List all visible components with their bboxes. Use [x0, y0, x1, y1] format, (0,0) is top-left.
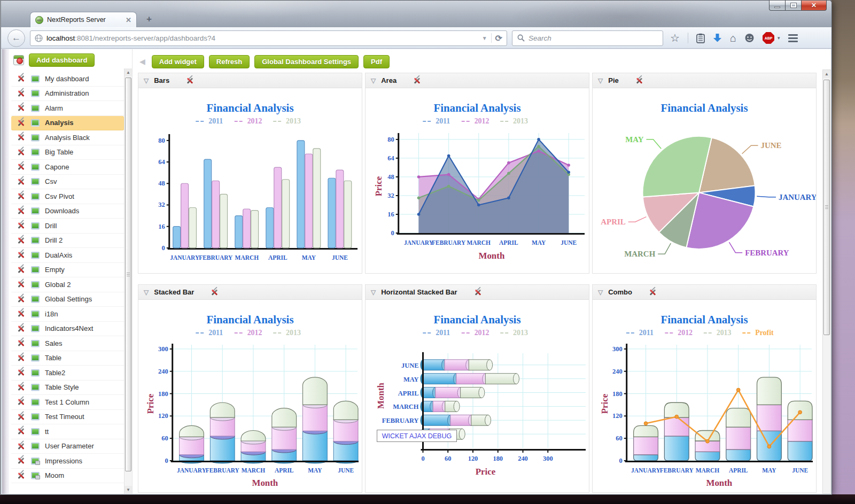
tools-icon[interactable] — [17, 295, 26, 304]
tools-icon[interactable] — [17, 119, 26, 127]
sidebar-item-impressions[interactable]: Impressions — [11, 454, 124, 469]
collapse-widget-icon[interactable]: ▽ — [371, 77, 376, 84]
tools-icon[interactable] — [17, 442, 26, 451]
tools-icon[interactable] — [17, 74, 26, 83]
sidebar-item-drill-2[interactable]: Drill 2 — [11, 234, 124, 249]
global-dashboard-settings-button[interactable]: Global Dashboard Settings — [254, 55, 359, 68]
sidebar-item-capone[interactable]: Capone — [11, 160, 124, 175]
tools-icon[interactable] — [17, 413, 26, 421]
scroll-down-icon[interactable]: ▼ — [125, 486, 132, 494]
tools-icon[interactable] — [17, 324, 26, 333]
sidebar-item-analysis-black[interactable]: Analysis Black — [11, 130, 124, 145]
collapse-widget-icon[interactable]: ▽ — [598, 77, 603, 84]
tools-icon[interactable] — [17, 192, 26, 200]
bookmark-star-icon[interactable]: ☆ — [670, 33, 680, 43]
sidebar-item-i18n[interactable]: i18n — [11, 307, 124, 322]
sidebar-scroll-thumb[interactable] — [125, 77, 131, 471]
tools-icon[interactable] — [17, 148, 26, 157]
sidebar-item-global-settings[interactable]: Global Settings — [11, 292, 124, 307]
tools-icon[interactable] — [17, 456, 26, 465]
tools-icon[interactable] — [17, 162, 26, 171]
widget-settings-icon[interactable] — [635, 76, 643, 84]
tools-icon[interactable] — [17, 236, 26, 245]
sidebar-item-global-2[interactable]: Global 2 — [11, 277, 124, 292]
sidebar-item-csv-pivot[interactable]: Csv Pivot — [11, 189, 124, 204]
sidebar-item-dualaxis[interactable]: DualAxis — [11, 248, 124, 263]
abp-caret-icon[interactable]: ▾ — [778, 35, 780, 41]
close-button[interactable]: ✕ — [802, 1, 827, 11]
tools-icon[interactable] — [17, 280, 26, 289]
page-scroll-thumb[interactable] — [823, 80, 830, 335]
scroll-up-icon[interactable]: ▲ — [125, 68, 132, 76]
collapse-widget-icon[interactable]: ▽ — [371, 289, 376, 296]
scroll-up-icon[interactable]: ▲ — [823, 70, 830, 78]
reload-icon[interactable]: ⟳ — [495, 33, 502, 43]
tools-icon[interactable] — [17, 104, 26, 112]
maximize-button[interactable] — [786, 1, 802, 11]
sidebar-item-big-table[interactable]: Big Table — [11, 145, 124, 160]
sidebar-item-indicators4next[interactable]: Indicators4Next — [11, 322, 124, 337]
collapse-widget-icon[interactable]: ▽ — [144, 289, 149, 296]
sidebar-item-test-1-column[interactable]: Test 1 Column — [11, 395, 124, 410]
downloads-icon[interactable] — [713, 33, 722, 43]
sidebar-item-drill[interactable]: Drill — [11, 219, 124, 234]
pdf-button[interactable]: Pdf — [363, 55, 390, 68]
tools-icon[interactable] — [17, 177, 26, 186]
refresh-button[interactable]: Refresh — [209, 55, 250, 68]
tools-icon[interactable] — [17, 251, 26, 259]
back-button[interactable]: ← — [7, 29, 25, 47]
menu-hamburger-icon[interactable] — [788, 34, 798, 42]
sidebar-item-table-style[interactable]: Table Style — [11, 381, 124, 396]
sidebar-item-my-dashboard[interactable]: My dashboard — [11, 72, 124, 87]
sidebar-item-moom[interactable]: Moom — [11, 469, 124, 484]
home-icon[interactable]: ⌂ — [730, 33, 736, 43]
browser-tab[interactable]: NextReports Server ✕ — [30, 12, 137, 27]
sidebar-item-tt[interactable]: tt — [11, 424, 124, 439]
minimize-button[interactable] — [769, 1, 786, 11]
tools-icon[interactable] — [17, 471, 26, 480]
widget-settings-icon[interactable] — [648, 288, 657, 296]
sidebar-item-test-timeout[interactable]: Test Timeout — [11, 410, 124, 425]
sidebar-item-table2[interactable]: Table2 — [11, 366, 124, 381]
sidebar-item-empty[interactable]: Empty — [11, 263, 124, 278]
sidebar-scrollbar[interactable]: ▲ ▼ — [124, 68, 132, 494]
sidebar-item-alarm[interactable]: Alarm — [11, 101, 124, 116]
tools-icon[interactable] — [17, 221, 26, 230]
sidebar-item-sales[interactable]: Sales — [11, 336, 124, 351]
search-input[interactable]: Search — [512, 30, 663, 46]
sidebar-item-downloads[interactable]: Downloads — [11, 204, 124, 219]
sidebar-item-csv[interactable]: Csv — [11, 175, 124, 190]
tools-icon[interactable] — [17, 368, 26, 377]
url-bar[interactable]: localhost :8081/nextreports-server/app/d… — [30, 30, 507, 46]
tools-icon[interactable] — [17, 427, 26, 436]
collapse-widget-icon[interactable]: ▽ — [598, 289, 603, 296]
bookmarks-clipboard-icon[interactable] — [696, 33, 705, 43]
tools-icon[interactable] — [17, 309, 26, 318]
tools-icon[interactable] — [17, 383, 26, 392]
sidebar-item-user-parameter[interactable]: User Parameter — [11, 439, 124, 454]
add-dashboard-button[interactable]: Add dashboard — [29, 53, 95, 67]
new-tab-button[interactable]: + — [141, 13, 157, 26]
tools-icon[interactable] — [17, 398, 26, 406]
collapse-sidebar-icon[interactable]: ◀ — [138, 57, 147, 66]
sidebar-item-administration[interactable]: Administration — [11, 87, 124, 102]
add-widget-button[interactable]: Add widget — [152, 55, 204, 68]
chat-icon[interactable] — [744, 33, 755, 43]
widget-settings-icon[interactable] — [211, 288, 219, 296]
tools-icon[interactable] — [17, 339, 26, 347]
collapse-widget-icon[interactable]: ▽ — [144, 77, 149, 84]
tools-icon[interactable] — [17, 207, 26, 215]
adblock-abp-icon[interactable]: ABP — [763, 32, 774, 44]
url-dropdown-icon[interactable]: ▼ — [482, 35, 487, 41]
widget-settings-icon[interactable] — [413, 76, 422, 84]
widget-settings-icon[interactable] — [473, 288, 482, 296]
tools-icon[interactable] — [17, 89, 26, 98]
wicket-ajax-debug-link[interactable]: WICKET AJAX DEBUG — [377, 430, 457, 442]
widget-settings-icon[interactable] — [186, 76, 195, 84]
sidebar-item-table[interactable]: Table — [11, 351, 124, 366]
page-scrollbar[interactable]: ▲ — [822, 69, 831, 494]
tools-icon[interactable] — [17, 354, 26, 362]
tools-icon[interactable] — [17, 133, 26, 142]
tab-close-icon[interactable]: ✕ — [126, 17, 131, 24]
tools-icon[interactable] — [17, 266, 26, 274]
